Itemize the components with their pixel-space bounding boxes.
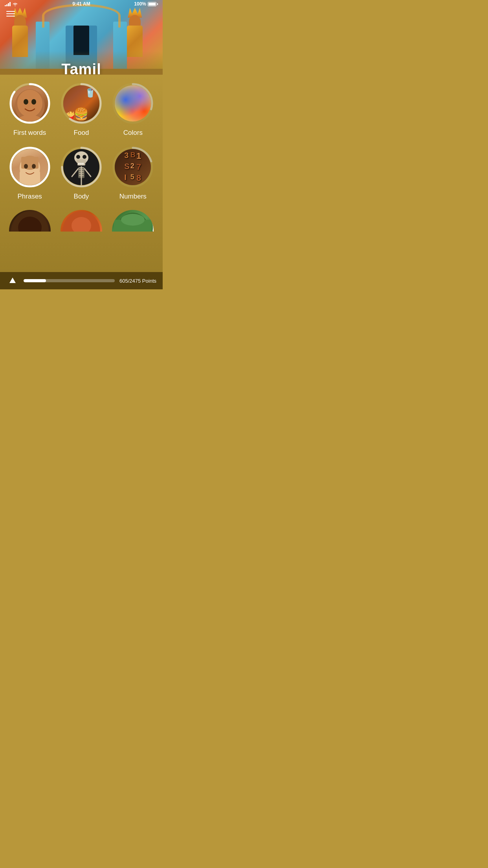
category-colors[interactable]: Colors [110,83,156,137]
svg-point-26 [83,155,86,159]
signal-bars [5,2,11,6]
circle-phrases [9,146,51,188]
up-arrow-button[interactable] [6,274,19,287]
category-label-food: Food [74,129,89,137]
bottom-bar: 605/2475 Points [0,272,163,289]
battery-percent: 100% [134,1,146,7]
status-time: 9:41 AM [72,1,90,7]
category-numbers[interactable]: 3 B 1 S 2 7 I 5 8 Numbers [110,146,156,200]
status-bar: 9:41 AM 100% [0,0,163,8]
partial-category-3[interactable] [110,210,156,232]
svg-point-47 [121,214,145,226]
svg-point-25 [76,155,80,159]
circle-image-first-words [12,85,48,121]
category-phrases[interactable]: Phrases [6,146,53,200]
hero-section: Tamil [0,0,163,83]
circle-image-body [63,149,99,185]
overall-progress-bar [24,279,115,282]
category-label-colors: Colors [123,129,143,137]
categories-grid: First words 🥤 🍔 🍟 Food [6,83,156,200]
circle-numbers: 3 B 1 S 2 7 I 5 8 [112,146,154,188]
svg-line-37 [72,169,78,177]
circle-body [61,146,102,188]
svg-rect-27 [78,163,80,165]
circle-food: 🥤 🍔 🍟 [61,83,102,124]
svg-rect-17 [21,157,39,169]
partial-categories-row [6,210,156,232]
partial-category-2[interactable] [58,210,105,232]
wifi-icon [12,2,18,6]
circle-image-food: 🥤 🍔 🍟 [63,85,99,121]
category-label-numbers: Numbers [119,193,147,200]
circle-colors [112,83,154,124]
circle-first-words [9,83,51,124]
svg-rect-28 [80,163,82,165]
circle-image-numbers: 3 B 1 S 2 7 I 5 8 [115,149,151,185]
category-body[interactable]: Body [58,146,105,200]
svg-line-38 [84,169,91,177]
progress-bar-fill [24,279,46,282]
circle-image-phrases [12,149,48,185]
partial-circle-1 [9,210,51,232]
svg-point-4 [24,99,28,105]
svg-rect-29 [82,163,84,165]
category-food[interactable]: 🥤 🍔 🍟 Food [58,83,105,137]
points-label: 605/2475 Points [119,278,156,284]
category-label-body: Body [74,193,89,200]
menu-button[interactable] [6,9,15,18]
partial-category-1[interactable] [6,210,53,232]
category-label-phrases: Phrases [17,193,42,200]
content-area: First words 🥤 🍔 🍟 Food [0,75,163,272]
partial-circle-2 [61,210,102,232]
svg-marker-48 [9,278,16,283]
circle-image-colors [115,85,151,121]
partial-circle-3 [112,210,154,232]
svg-point-19 [32,164,36,169]
battery-indicator [148,2,158,6]
category-first-words[interactable]: First words [6,83,53,137]
category-label-first-words: First words [13,129,46,137]
svg-point-3 [17,90,42,117]
status-right: 100% [134,1,158,7]
svg-point-5 [31,99,36,105]
status-left [5,2,18,6]
svg-point-18 [24,164,28,169]
